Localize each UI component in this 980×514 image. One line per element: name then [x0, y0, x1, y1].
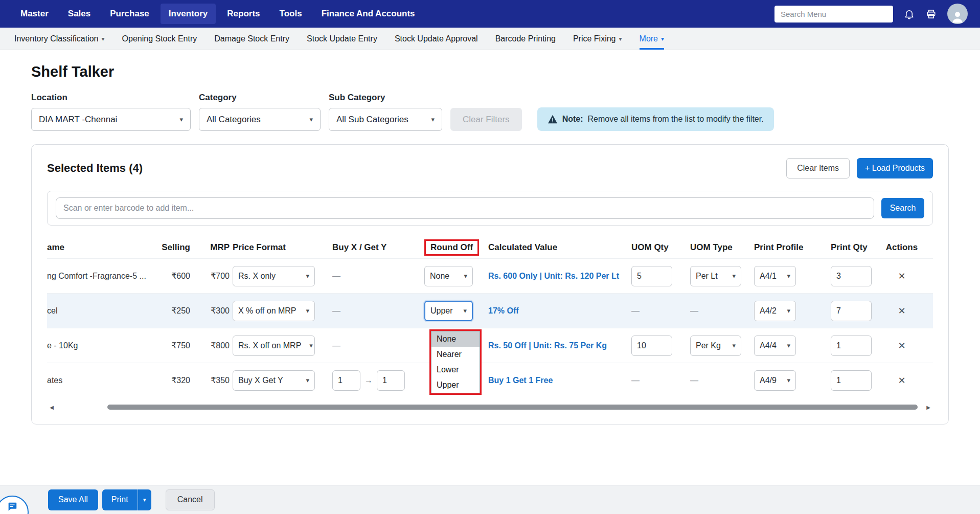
header-uom-qty: UOM Qty: [631, 242, 690, 253]
clear-items-button[interactable]: Clear Items: [786, 158, 850, 178]
chevron-down-icon: ▾: [732, 342, 736, 349]
location-select[interactable]: DIA MART -Chennai ▾: [31, 108, 191, 131]
menu-search-input[interactable]: [774, 6, 893, 23]
header-uom-type: UOM Type: [690, 242, 754, 253]
subnav-barcode-printing[interactable]: Barcode Printing: [495, 28, 556, 50]
subnav-more[interactable]: More ▾: [640, 28, 664, 50]
print-options-caret[interactable]: ▾: [138, 489, 151, 510]
main-content: Shelf Talker Location DIA MART -Chennai …: [0, 63, 980, 424]
get-y-input[interactable]: [377, 370, 405, 391]
scroll-right-icon[interactable]: ▶: [924, 405, 933, 410]
table-row: ng Comfort -Fragrance-5 ... ₹600 ₹700 Rs…: [47, 258, 933, 293]
selling-price: ₹750: [156, 341, 199, 350]
buy-get-cell: —: [332, 341, 424, 350]
selected-items-title: Selected Items (4): [47, 162, 143, 175]
price-format-select[interactable]: Rs. X off on MRP▾: [233, 336, 315, 356]
buy-get-cell: —: [332, 306, 424, 316]
panel-header-buttons: Clear Items + Load Products: [786, 158, 933, 178]
load-products-button[interactable]: + Load Products: [857, 158, 933, 178]
menu-option-nearer[interactable]: Nearer: [431, 347, 480, 362]
uom-type-select[interactable]: Per Lt▾: [690, 266, 741, 286]
menu-option-none[interactable]: None: [431, 331, 480, 347]
sub-category-value: All Sub Categories: [336, 115, 408, 125]
round-off-select[interactable]: Upper▾: [424, 301, 473, 321]
print-qty-input[interactable]: [831, 266, 872, 286]
filter-note: Note: Remove all items from the list to …: [537, 107, 774, 131]
price-format-select[interactable]: Buy X Get Y▾: [233, 370, 315, 391]
uom-qty-input[interactable]: [631, 336, 672, 356]
print-profile-select[interactable]: A4/9▾: [754, 370, 796, 391]
chevron-down-icon: ▾: [787, 307, 790, 315]
scroll-left-icon[interactable]: ◀: [47, 405, 56, 410]
category-select[interactable]: All Categories ▾: [199, 108, 321, 131]
scrollbar-track[interactable]: [56, 405, 924, 410]
topnav-finance[interactable]: Finance And Accounts: [313, 4, 423, 24]
header-print-profile: Print Profile: [754, 242, 831, 253]
item-name: ates: [47, 376, 156, 385]
remove-item-icon[interactable]: ✕: [898, 375, 905, 386]
subnav-stock-update-approval[interactable]: Stock Update Approval: [395, 28, 478, 50]
print-qty-input[interactable]: [831, 301, 872, 321]
printer-icon[interactable]: [925, 8, 937, 20]
arrow-right-icon: →: [364, 376, 373, 385]
price-format-select[interactable]: Rs. X only▾: [233, 266, 315, 286]
menu-option-lower[interactable]: Lower: [431, 362, 480, 377]
chevron-down-icon: ▾: [306, 307, 309, 315]
buy-x-input[interactable]: [332, 370, 360, 391]
sub-category-select[interactable]: All Sub Categories ▾: [329, 108, 442, 131]
chevron-down-icon: ▾: [309, 116, 313, 123]
save-all-button[interactable]: Save All: [48, 489, 98, 510]
selling-price: ₹250: [156, 306, 199, 316]
chevron-down-icon: ▾: [661, 35, 664, 42]
uom-qty-input[interactable]: [631, 266, 672, 286]
uom-qty-cell: —: [631, 306, 690, 316]
chevron-down-icon: ▾: [463, 307, 467, 315]
print-qty-input[interactable]: [831, 336, 872, 356]
panel-header: Selected Items (4) Clear Items + Load Pr…: [47, 158, 933, 178]
horizontal-scrollbar: ◀ ▶: [47, 404, 933, 411]
topnav-reports[interactable]: Reports: [219, 4, 268, 24]
print-qty-input[interactable]: [831, 370, 872, 391]
menu-option-upper[interactable]: Upper: [431, 377, 480, 393]
cancel-button[interactable]: Cancel: [166, 489, 215, 510]
print-profile-select[interactable]: A4/1▾: [754, 266, 796, 286]
uom-type-select[interactable]: Per Kg▾: [690, 336, 741, 356]
subnav-label: Price Fixing: [573, 34, 616, 43]
header-buy-get: Buy X / Get Y: [332, 242, 424, 253]
clear-filters-button[interactable]: Clear Filters: [450, 108, 522, 131]
print-button[interactable]: Print: [102, 489, 138, 510]
remove-item-icon[interactable]: ✕: [898, 340, 905, 351]
uom-type-cell: —: [690, 306, 754, 316]
chat-icon: [7, 501, 18, 512]
subnav-inventory-classification[interactable]: Inventory Classification ▾: [14, 28, 105, 50]
topnav-master[interactable]: Master: [12, 4, 57, 24]
round-off-select[interactable]: None▾: [424, 266, 473, 286]
topnav-purchase[interactable]: Purchase: [102, 4, 157, 24]
subnav-damage-stock-entry[interactable]: Damage Stock Entry: [214, 28, 289, 50]
search-button[interactable]: Search: [881, 198, 924, 218]
price-format-select[interactable]: X % off on MRP▾: [233, 301, 315, 321]
header-round-off: Round Off: [424, 239, 488, 256]
chevron-down-icon: ▾: [431, 116, 435, 123]
topnav-inventory[interactable]: Inventory: [161, 4, 216, 24]
print-profile-select[interactable]: A4/4▾: [754, 336, 796, 356]
remove-item-icon[interactable]: ✕: [898, 305, 905, 317]
subnav-opening-stock-entry[interactable]: Opening Stock Entry: [122, 28, 197, 50]
topnav-sales[interactable]: Sales: [60, 4, 99, 24]
remove-item-icon[interactable]: ✕: [898, 271, 905, 282]
chevron-down-icon: ▾: [306, 376, 309, 384]
barcode-input[interactable]: [56, 197, 874, 219]
mrp-price: ₹350: [199, 375, 233, 385]
subnav-stock-update-entry[interactable]: Stock Update Entry: [307, 28, 377, 50]
category-filter-group: Category All Categories ▾: [199, 93, 321, 131]
chevron-down-icon: ▾: [309, 342, 313, 349]
topnav-tools[interactable]: Tools: [271, 4, 310, 24]
user-avatar[interactable]: [947, 4, 968, 24]
chevron-down-icon: ▾: [143, 497, 146, 503]
subnav-label: Inventory Classification: [14, 34, 99, 43]
notification-bell-icon[interactable]: [903, 8, 915, 20]
subnav-price-fixing[interactable]: Price Fixing ▾: [573, 28, 622, 50]
print-profile-select[interactable]: A4/2▾: [754, 301, 796, 321]
location-filter-group: Location DIA MART -Chennai ▾: [31, 93, 191, 131]
scrollbar-thumb[interactable]: [107, 405, 918, 410]
